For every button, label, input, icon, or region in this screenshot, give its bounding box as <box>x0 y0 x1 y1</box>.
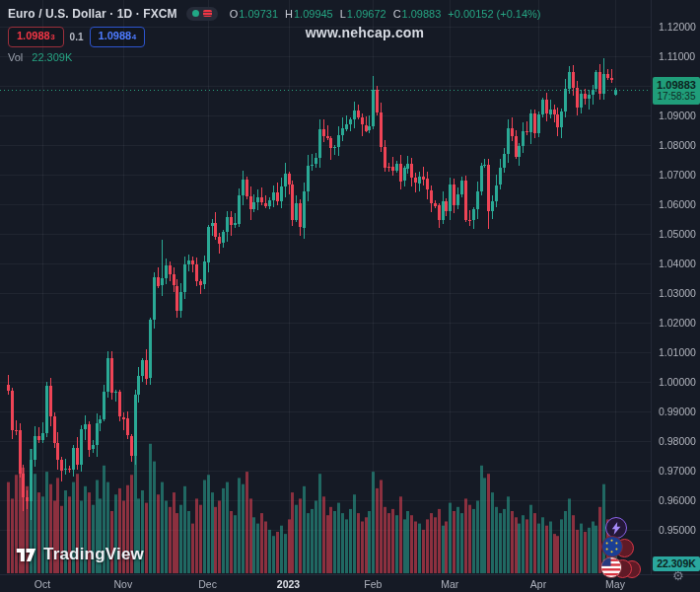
time-tick-label: Nov <box>113 578 132 590</box>
open-value: 1.09731 <box>239 8 278 20</box>
axis-settings-gear-icon[interactable]: ⚙ <box>672 569 684 583</box>
time-tick-label: Dec <box>198 578 217 590</box>
price-tick-label: 1.05000 <box>659 228 696 240</box>
candlestick-chart-canvas[interactable] <box>0 0 700 592</box>
lightning-bolt-icon <box>611 522 621 535</box>
price-tick-label: 1.06000 <box>659 198 696 210</box>
price-tick-label: 1.11000 <box>659 50 695 62</box>
price-tick-label: 1.08000 <box>659 139 696 151</box>
symbol-title[interactable]: Euro / U.S. Dollar · 1D · FXCM <box>8 7 177 21</box>
bar-countdown: 17:58:35 <box>653 91 700 102</box>
change-value: +0.00152 (+0.14%) <box>448 8 540 20</box>
time-tick-label: Apr <box>530 578 546 590</box>
volume-indicator-label[interactable]: Vol <box>8 51 23 63</box>
ohlc-readout: O 1.09731 H 1.09945 L 1.09672 C 1.09883 … <box>230 8 541 20</box>
ask-price-badge[interactable]: 1.09884 <box>90 27 146 47</box>
us-flag-icon[interactable] <box>600 556 622 578</box>
us-stripes-icon <box>601 557 620 576</box>
tradingview-chart-widget: www.nehcap.com Euro / U.S. Dollar · 1D ·… <box>0 0 700 592</box>
time-tick-label: Oct <box>35 578 50 590</box>
price-tick-label: 1.00000 <box>659 376 696 388</box>
price-tick-label: 0.99000 <box>659 406 696 417</box>
close-label: C <box>393 8 401 20</box>
price-tick-label: 1.09000 <box>659 110 696 121</box>
price-tick-label: 1.07000 <box>659 169 696 181</box>
tradingview-logo-mark-icon <box>16 547 36 563</box>
last-price-badge[interactable]: 1.09883 17:58:35 <box>653 77 700 105</box>
volume-axis-badge: 22.309K <box>653 556 700 571</box>
ask-price: 1.0988 <box>99 30 132 41</box>
bid-price-badge[interactable]: 1.09883 <box>8 27 64 47</box>
time-tick-label: Feb <box>364 578 382 590</box>
low-label: L <box>340 8 346 20</box>
close-value: 1.09883 <box>402 8 442 20</box>
time-tick-label: 2023 <box>277 578 300 590</box>
chart-legend: Euro / U.S. Dollar · 1D · FXCM O 1.09731… <box>8 5 541 63</box>
status-pill[interactable] <box>186 7 218 21</box>
price-tick-label: 0.95000 <box>659 524 696 536</box>
market-open-dot-icon <box>192 10 199 17</box>
time-axis[interactable]: OctNovDec2023FebMarAprMay <box>0 574 700 592</box>
time-tick-label: Mar <box>441 578 458 590</box>
time-tick-label: May <box>605 578 625 590</box>
volume-indicator-value: 22.309K <box>32 51 72 63</box>
high-value: 1.09945 <box>294 8 333 20</box>
eu-flag-icon[interactable] <box>601 536 623 557</box>
open-label: O <box>230 8 239 20</box>
tradingview-logo[interactable]: TradingView <box>16 545 144 564</box>
high-label: H <box>285 8 293 20</box>
last-price-value: 1.09883 <box>653 79 700 91</box>
bid-price: 1.0988 <box>17 30 50 41</box>
ask-price-sup: 4 <box>132 32 136 43</box>
price-tick-label: 1.03000 <box>659 287 696 299</box>
price-tick-label: 1.01000 <box>659 346 696 358</box>
eu-stars-icon <box>602 537 621 555</box>
low-value: 1.09672 <box>347 8 386 20</box>
tradingview-logo-text: TradingView <box>43 545 144 564</box>
price-tick-label: 1.12000 <box>659 21 696 33</box>
spread-value: 0.1 <box>70 32 84 42</box>
price-tick-label: 0.98000 <box>659 435 696 447</box>
price-tick-label: 1.04000 <box>659 258 696 269</box>
price-tick-label: 0.96000 <box>659 494 696 506</box>
price-tick-label: 1.02000 <box>659 317 696 329</box>
red-bars-icon <box>203 10 212 17</box>
bid-price-sup: 3 <box>50 32 54 43</box>
price-tick-label: 0.97000 <box>659 465 696 477</box>
